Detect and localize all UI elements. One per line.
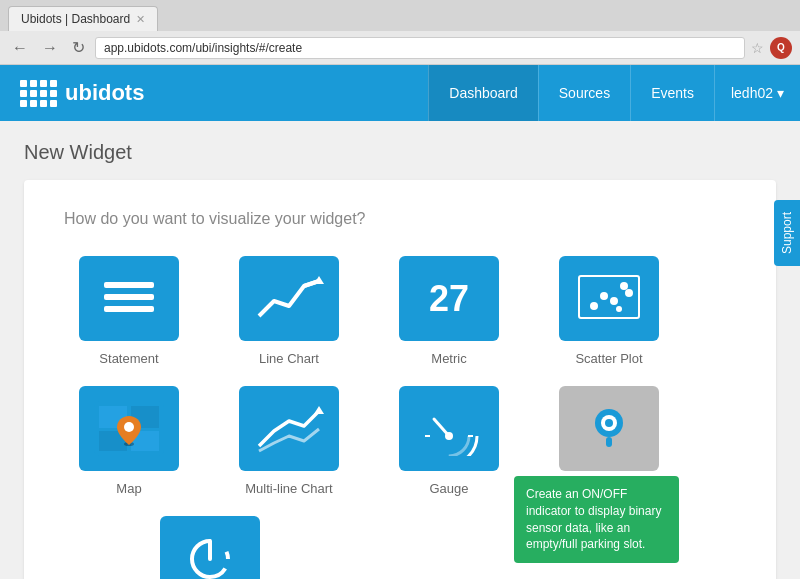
forward-button[interactable]: → <box>38 37 62 59</box>
widget-item-multiline-chart[interactable]: Multi-line Chart <box>224 386 354 496</box>
line-chart-icon <box>239 256 339 341</box>
widget-item-indicator[interactable]: Indicator Create an ON/OFF indicator to … <box>544 386 674 496</box>
page-title: New Widget <box>24 141 776 164</box>
svg-marker-19 <box>314 406 324 414</box>
logo-dot <box>50 100 57 107</box>
user-menu[interactable]: ledh02 ▾ <box>714 65 800 121</box>
tab-bar: Ubidots | Dashboard ✕ <box>0 0 800 31</box>
widget-item-map[interactable]: Map <box>64 386 194 496</box>
metric-label: Metric <box>431 351 466 366</box>
dropdown-icon: ▾ <box>777 85 784 101</box>
gauge-label: Gauge <box>429 481 468 496</box>
browser-tab[interactable]: Ubidots | Dashboard ✕ <box>8 6 158 31</box>
svg-point-18 <box>124 422 134 432</box>
onoff-icon <box>160 516 260 579</box>
logo-text: ubidots <box>65 80 144 106</box>
refresh-button[interactable]: ↻ <box>68 36 89 59</box>
logo-dot <box>30 100 37 107</box>
svg-point-23 <box>445 432 453 440</box>
logo-dot <box>20 100 27 107</box>
widget-item-statement[interactable]: Statement <box>64 256 194 366</box>
browser-user-icon: Q <box>770 37 792 59</box>
svg-marker-3 <box>314 276 324 284</box>
nav-events[interactable]: Events <box>630 65 714 121</box>
back-button[interactable]: ← <box>8 37 32 59</box>
svg-point-28 <box>605 419 613 427</box>
line-chart-label: Line Chart <box>259 351 319 366</box>
multiline-chart-label: Multi-line Chart <box>245 481 332 496</box>
logo-dots <box>20 80 57 107</box>
svg-point-8 <box>610 297 618 305</box>
svg-point-11 <box>616 306 622 312</box>
widget-container: How do you want to visualize your widget… <box>24 180 776 579</box>
logo-dot <box>40 100 47 107</box>
multiline-chart-icon <box>239 386 339 471</box>
tab-title: Ubidots | Dashboard <box>21 12 130 26</box>
nav-links: Dashboard Sources Events ledh02 ▾ <box>428 65 800 121</box>
logo-area: ubidots <box>0 80 164 107</box>
svg-rect-29 <box>606 437 612 447</box>
widget-item-metric[interactable]: 27 Metric <box>384 256 514 366</box>
map-icon <box>79 386 179 471</box>
svg-rect-0 <box>104 282 154 288</box>
svg-rect-2 <box>104 306 154 312</box>
widget-item-scatter-plot[interactable]: Scatter Plot <box>544 256 674 366</box>
logo-dot <box>20 80 27 87</box>
widget-grid: Statement Line Chart 27 <box>64 256 736 496</box>
statement-icon <box>79 256 179 341</box>
logo-dot <box>20 90 27 97</box>
logo-dot <box>30 90 37 97</box>
svg-point-7 <box>600 292 608 300</box>
logo-dot <box>40 80 47 87</box>
indicator-tooltip: Create an ON/OFF indicator to display bi… <box>514 476 679 563</box>
svg-point-6 <box>590 302 598 310</box>
page-content: New Widget How do you want to visualize … <box>0 121 800 579</box>
address-input[interactable] <box>95 37 745 59</box>
widget-question: How do you want to visualize your widget… <box>64 210 736 228</box>
logo-dot <box>30 80 37 87</box>
username-label: ledh02 <box>731 85 773 101</box>
browser-chrome: Ubidots | Dashboard ✕ ← → ↻ ☆ Q <box>0 0 800 65</box>
logo-dot <box>50 80 57 87</box>
scatter-plot-icon <box>559 256 659 341</box>
widget-item-line-chart[interactable]: Line Chart <box>224 256 354 366</box>
svg-point-10 <box>625 289 633 297</box>
indicator-icon <box>559 386 659 471</box>
gauge-icon <box>399 386 499 471</box>
statement-label: Statement <box>99 351 158 366</box>
svg-point-9 <box>620 282 628 290</box>
scatter-plot-label: Scatter Plot <box>575 351 642 366</box>
svg-rect-1 <box>104 294 154 300</box>
logo-dot <box>40 90 47 97</box>
app-header: ubidots Dashboard Sources Events ledh02 … <box>0 65 800 121</box>
support-tab[interactable]: Support <box>774 200 800 266</box>
address-bar-row: ← → ↻ ☆ Q <box>0 31 800 64</box>
logo-dot <box>50 90 57 97</box>
svg-text:27: 27 <box>429 278 469 319</box>
nav-dashboard[interactable]: Dashboard <box>428 65 538 121</box>
svg-rect-5 <box>579 276 639 318</box>
bookmark-icon[interactable]: ☆ <box>751 40 764 56</box>
tab-close-button[interactable]: ✕ <box>136 13 145 26</box>
widget-item-gauge[interactable]: Gauge <box>384 386 514 496</box>
nav-sources[interactable]: Sources <box>538 65 630 121</box>
map-label: Map <box>116 481 141 496</box>
metric-icon: 27 <box>399 256 499 341</box>
widget-item-onoff[interactable] <box>160 516 260 579</box>
